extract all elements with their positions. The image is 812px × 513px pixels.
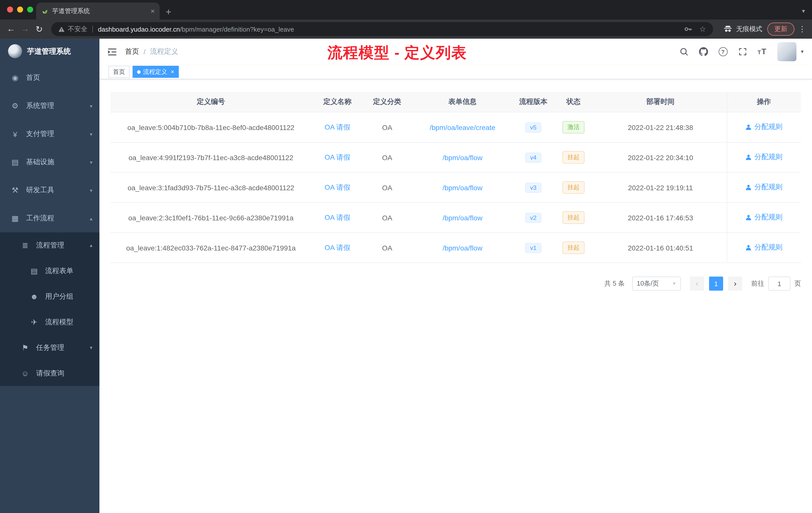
- col-definition-id: 定义编号: [111, 92, 311, 112]
- sidebar-item-dev-tools[interactable]: ⚒ 研发工具 ▾: [0, 176, 99, 204]
- form-info-link[interactable]: /bpm/oa/flow: [443, 153, 483, 161]
- browser-tab[interactable]: 芋道管理系统 ×: [36, 2, 160, 20]
- page-content: 定义编号 定义名称 定义分类 表单信息 流程版本 状态 部署时间 操作 oa_l: [99, 79, 812, 513]
- chevron-up-icon: ▴: [90, 216, 92, 221]
- breadcrumb-current: 流程定义: [150, 47, 178, 56]
- form-info-link[interactable]: /bpm/oa/flow: [443, 244, 483, 252]
- definition-name-link[interactable]: OA 请假: [325, 183, 350, 191]
- tab-close-icon[interactable]: ×: [151, 7, 155, 15]
- help-icon[interactable]: ?: [718, 47, 727, 56]
- assign-rule-link[interactable]: 分配规则: [746, 243, 783, 252]
- tag-home[interactable]: 首页: [109, 66, 129, 78]
- status-badge: 挂起: [562, 211, 584, 224]
- reload-button[interactable]: ↻: [32, 22, 46, 36]
- github-icon[interactable]: [699, 47, 708, 56]
- logo-avatar: [8, 44, 22, 58]
- form-info-link[interactable]: /bpm/oa/leave/create: [430, 123, 495, 131]
- assign-rule-link[interactable]: 分配规则: [746, 213, 783, 222]
- prev-page-button[interactable]: ‹: [690, 277, 704, 291]
- version-badge: v4: [525, 152, 541, 162]
- user-menu[interactable]: ▼: [777, 42, 805, 61]
- tag-close-icon[interactable]: ×: [171, 68, 174, 75]
- avatar[interactable]: [777, 42, 796, 61]
- bookmark-star-icon[interactable]: ☆: [699, 25, 706, 34]
- window-controls[interactable]: [7, 6, 33, 12]
- col-definition-name: 定义名称: [311, 92, 364, 112]
- sidebar-item-payment-management[interactable]: ¥ 支付管理 ▾: [0, 120, 99, 148]
- sidebar-item-system-management[interactable]: ⚙ 系统管理 ▾: [0, 92, 99, 120]
- url-host: dashboard.yudao.iocoder.cn: [98, 25, 180, 33]
- chevron-down-icon: ▾: [90, 345, 92, 350]
- zoom-window-button[interactable]: [27, 6, 33, 12]
- incognito-spy-icon: [723, 24, 733, 34]
- close-window-button[interactable]: [7, 6, 13, 12]
- category-cell: OA: [364, 173, 411, 203]
- status-badge: 激活: [562, 121, 584, 133]
- page-number-button[interactable]: 1: [709, 277, 723, 291]
- minimize-window-button[interactable]: [17, 6, 23, 12]
- col-operations: 操作: [727, 92, 801, 112]
- next-page-button[interactable]: ›: [728, 277, 742, 291]
- sidebar-item-infrastructure[interactable]: ▤ 基础设施 ▾: [0, 148, 99, 176]
- goto-page-input[interactable]: [768, 277, 790, 291]
- definition-name-link[interactable]: OA 请假: [325, 153, 350, 161]
- forward-button[interactable]: →: [18, 22, 32, 36]
- definition-name-link[interactable]: OA 请假: [325, 123, 350, 131]
- breadcrumb-separator: /: [144, 48, 146, 56]
- sidebar-collapse-icon[interactable]: [107, 47, 117, 57]
- list-icon: ≣: [20, 241, 30, 250]
- definition-name-link[interactable]: OA 请假: [325, 243, 350, 251]
- workflow-submenu: ≣ 流程管理 ▴ ▤ 流程表单 ☻ 用户分组 ✈ 流程模型 ⚑: [0, 233, 99, 386]
- sidebar-item-task-management[interactable]: ⚑ 任务管理 ▾: [0, 335, 99, 360]
- chevron-down-icon: ▾: [90, 131, 92, 137]
- form-icon: ▤: [29, 266, 39, 275]
- font-size-icon[interactable]: TT: [757, 47, 767, 56]
- search-icon[interactable]: [679, 47, 688, 56]
- tab-search-chevron-icon[interactable]: ▾: [802, 7, 805, 14]
- sidebar-item-leave-query[interactable]: ☺ 请假查询: [0, 360, 99, 386]
- assign-rule-link[interactable]: 分配规则: [746, 183, 783, 192]
- person-icon: [746, 214, 752, 221]
- sidebar-item-home[interactable]: ◉ 首页: [0, 64, 99, 92]
- screenshot-root: 芋道管理系统 × + ▾ ← → ↻ 不安全 dashboard.yudao.i…: [0, 0, 812, 513]
- version-badge: v5: [525, 122, 541, 132]
- form-info-link[interactable]: /bpm/oa/flow: [443, 214, 483, 221]
- incognito-label: 无痕模式: [736, 25, 762, 34]
- chrome-update-button[interactable]: 更新: [767, 23, 794, 36]
- deploy-time-cell: 2022-01-16 01:40:51: [594, 233, 727, 263]
- new-tab-button[interactable]: +: [166, 7, 171, 17]
- sidebar-item-user-group[interactable]: ☻ 用户分组: [0, 283, 99, 309]
- browser-menu-icon[interactable]: ⋮: [799, 25, 806, 34]
- breadcrumb-home[interactable]: 首页: [125, 47, 139, 56]
- header-actions: ? TT ▼: [679, 42, 805, 61]
- key-icon[interactable]: [683, 25, 692, 34]
- form-info-link[interactable]: /bpm/oa/flow: [443, 183, 483, 191]
- assign-rule-link[interactable]: 分配规则: [746, 153, 783, 162]
- definition-name-link[interactable]: OA 请假: [325, 213, 350, 221]
- address-bar[interactable]: 不安全 dashboard.yudao.iocoder.cn /bpm/mana…: [51, 22, 713, 36]
- assign-rule-link[interactable]: 分配规则: [746, 123, 783, 132]
- sidebar-item-process-form[interactable]: ▤ 流程表单: [0, 258, 99, 283]
- col-definition-category: 定义分类: [364, 92, 411, 112]
- sidebar-item-workflow[interactable]: ▦ 工作流程 ▴: [0, 204, 99, 233]
- fullscreen-icon[interactable]: [738, 47, 747, 56]
- gear-icon: ⚙: [10, 101, 20, 111]
- favicon-leaf-icon: [41, 7, 48, 14]
- back-button[interactable]: ←: [4, 22, 18, 36]
- col-deploy-time: 部署时间: [594, 92, 727, 112]
- col-status: 状态: [552, 92, 594, 112]
- sidebar-item-process-management[interactable]: ≣ 流程管理 ▴: [0, 233, 99, 258]
- deploy-time-cell: 2022-01-22 19:19:11: [594, 173, 727, 203]
- logo-title: 芋道管理系统: [27, 47, 71, 56]
- deploy-time-cell: 2022-01-22 20:34:10: [594, 142, 727, 173]
- app-header: 首页 / 流程定义 流程模型 - 定义列表 ? TT: [99, 39, 812, 65]
- category-cell: OA: [364, 203, 411, 233]
- definition-id-cell: oa_leave:3:1fad3d93-7b75-11ec-a3c8-acde4…: [111, 173, 311, 203]
- tags-view-bar: 首页 流程定义 ×: [99, 65, 812, 79]
- tag-process-definition[interactable]: 流程定义 ×: [133, 66, 179, 78]
- sidebar-item-process-model[interactable]: ✈ 流程模型: [0, 309, 99, 335]
- security-status[interactable]: 不安全: [58, 25, 87, 34]
- table-row: oa_leave:1:482ec033-762a-11ec-8477-a2380…: [111, 233, 801, 263]
- page-size-select[interactable]: 10条/页 ▼: [632, 277, 681, 291]
- chevron-down-icon: ▾: [90, 103, 92, 109]
